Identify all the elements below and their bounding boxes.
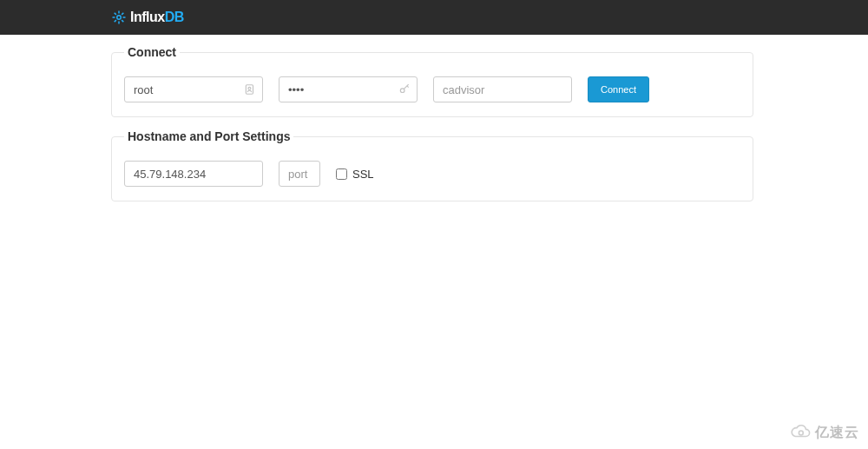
svg-line-5 [115,13,116,15]
port-input[interactable] [279,161,320,187]
influxdb-icon [111,10,127,25]
hostport-row: SSL [124,161,740,187]
brand-name: InfluxDB [130,10,184,25]
database-input[interactable] [433,76,572,102]
watermark-text: 亿速云 [815,424,859,442]
ssl-label: SSL [352,168,374,181]
navbar: InfluxDB [0,0,868,35]
watermark: 亿速云 [789,423,859,442]
brand-logo[interactable]: InfluxDB [111,10,184,25]
cloud-icon [789,423,812,442]
connect-legend: Connect [124,45,180,59]
ssl-checkbox[interactable] [336,168,347,180]
connect-fieldset: Connect [111,45,753,117]
hostname-input[interactable] [124,161,263,187]
hostport-fieldset: Hostname and Port Settings SSL [111,129,753,201]
username-input[interactable] [124,76,263,102]
svg-point-0 [117,16,122,20]
svg-line-7 [115,20,116,22]
connect-button[interactable]: Connect [588,76,649,102]
main-container: Connect [111,35,753,201]
hostport-legend: Hostname and Port Settings [124,129,293,143]
ssl-checkbox-wrap[interactable]: SSL [336,168,374,181]
svg-point-14 [799,431,803,435]
svg-line-8 [122,13,123,15]
svg-line-6 [122,20,123,22]
connect-row: Connect [124,76,740,102]
password-input[interactable] [279,76,418,102]
